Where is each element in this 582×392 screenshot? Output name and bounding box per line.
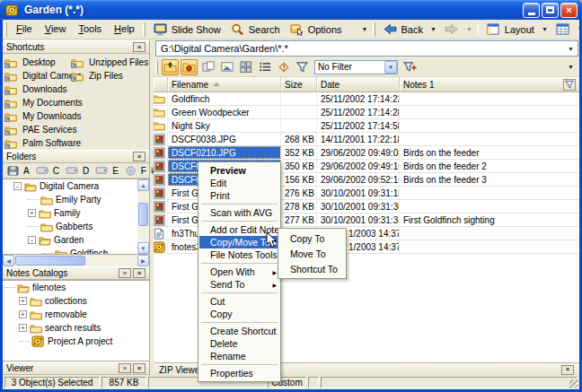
folders-horizontal-scrollbar[interactable]: ◀ ▶ <box>3 255 149 266</box>
back-button[interactable]: Back <box>378 21 428 39</box>
notes-catalogs-expand-icon[interactable]: » <box>119 268 131 278</box>
shortcut-item[interactable]: Downloads <box>4 83 66 96</box>
file-row[interactable]: DSCF0210.JPG352 KB29/06/2002 09:49:08Bir… <box>154 146 579 160</box>
scroll-left-icon[interactable]: ◀ <box>3 255 14 266</box>
context-menu-item-cut[interactable]: Cut <box>199 295 279 308</box>
shortcut-item[interactable]: Zip Files <box>71 69 123 83</box>
context-menu-item-send-to[interactable]: Send To▶ <box>199 278 279 291</box>
scrollbar-thumb[interactable] <box>15 256 85 266</box>
tree-expander-plus-icon[interactable]: + <box>19 297 27 305</box>
dual-pane-button[interactable] <box>199 59 216 75</box>
context-menu-item-preview[interactable]: Preview <box>199 164 279 177</box>
drive-button-d[interactable]: D <box>63 165 92 177</box>
details-view-button[interactable] <box>256 59 273 75</box>
notes-catalogs-close-icon[interactable]: × <box>133 268 146 278</box>
band-grip[interactable] <box>143 22 146 37</box>
tree-item[interactable]: +removable <box>3 308 149 321</box>
band-grip[interactable] <box>155 60 158 74</box>
search-button[interactable]: Search <box>225 21 285 39</box>
tree-item[interactable]: Goldfinch <box>3 247 137 254</box>
list-toolbar-overflow-chevron[interactable]: ▼ <box>565 64 577 70</box>
tree-expander-plus-icon[interactable]: + <box>28 209 36 217</box>
address-bar[interactable]: G:\Digital Camera\Garden\*.* ▼ <box>155 40 578 57</box>
favorites-folder-button[interactable] <box>181 59 198 75</box>
scrollbar-thumb[interactable] <box>138 203 148 226</box>
submenu-item-copy-to[interactable]: Copy To <box>279 231 345 246</box>
shortcut-item[interactable]: Unzipped Files <box>71 56 148 69</box>
tree-expander-minus-icon[interactable]: - <box>13 182 22 190</box>
drive-button-e[interactable]: E <box>93 165 121 177</box>
tree-item[interactable]: +search results <box>3 321 149 335</box>
file-name-cell[interactable]: Green Woodpecker <box>168 106 281 118</box>
header-filter-icon[interactable] <box>563 79 576 91</box>
info-button[interactable] <box>275 59 292 75</box>
shortcuts-close-icon[interactable]: × <box>133 42 146 52</box>
tree-expander-plus-icon[interactable]: + <box>19 324 27 332</box>
viewer-close-icon[interactable]: × <box>133 363 146 373</box>
back-dropdown[interactable]: ▼ <box>428 26 439 32</box>
resize-grip[interactable] <box>569 379 578 388</box>
tree-item[interactable]: -Garden <box>3 233 137 247</box>
submenu-item-shortcut-to[interactable]: Shortcut To <box>279 261 345 276</box>
shortcut-item[interactable]: Desktop <box>4 56 56 69</box>
view-style-button[interactable] <box>551 21 575 39</box>
layout-dropdown[interactable]: ▼ <box>539 26 551 32</box>
column-header-filename[interactable]: Filename <box>168 77 281 91</box>
context-menu-item-properties[interactable]: Properties <box>199 367 279 379</box>
context-menu-item-open-with[interactable]: Open With▶ <box>199 266 279 278</box>
thumbnails-view-button[interactable] <box>237 59 254 75</box>
close-button[interactable]: × <box>560 3 578 18</box>
tree-item[interactable]: +Family <box>3 206 137 220</box>
up-folder-button[interactable] <box>162 59 179 75</box>
custom-filter-button[interactable] <box>401 59 419 75</box>
tree-expander-plus-icon[interactable]: + <box>19 310 27 318</box>
context-menu-item-rename[interactable]: Rename <box>199 350 279 362</box>
zip-viewer-close-icon[interactable]: × <box>561 365 574 375</box>
tree-expander-minus-icon[interactable]: - <box>28 236 36 244</box>
column-header-notes-1[interactable]: Notes 1 <box>400 77 579 91</box>
context-menu-item-print[interactable]: Print <box>199 189 279 202</box>
scroll-right-icon[interactable]: ▶ <box>137 255 149 266</box>
forward-button[interactable] <box>439 21 463 39</box>
menubar-item-help[interactable]: Help <box>108 21 141 38</box>
column-header-icon[interactable] <box>154 77 168 91</box>
file-name-cell[interactable]: Night Sky <box>168 119 281 132</box>
menubar-item-tools[interactable]: Tools <box>72 21 108 38</box>
slide-show-button[interactable]: Slide Show <box>148 21 225 39</box>
title-bar[interactable]: Garden (*.*) × <box>0 0 582 20</box>
menubar-item-view[interactable]: View <box>39 21 73 38</box>
view-style-dropdown[interactable]: ▼ <box>575 26 579 32</box>
file-row[interactable]: Green Woodpecker25/11/2002 17:14:28 <box>154 106 579 119</box>
context-menu-item-file-notes-tools[interactable]: File Notes Tools <box>199 248 279 261</box>
maximize-button[interactable] <box>542 3 559 18</box>
address-dropdown-icon[interactable]: ▼ <box>564 41 578 56</box>
minimize-button[interactable] <box>523 3 540 18</box>
shortcut-item[interactable]: My Downloads <box>4 109 82 123</box>
shortcut-item[interactable]: PAE Services <box>4 123 76 136</box>
column-header-date[interactable]: Date <box>317 77 400 91</box>
column-header-size[interactable]: Size <box>281 77 317 91</box>
filter-button[interactable] <box>294 59 311 75</box>
drive-button-f[interactable]: F <box>122 165 149 177</box>
layout-button[interactable]: Layout <box>481 21 539 39</box>
viewer-expand-icon[interactable]: » <box>119 363 131 373</box>
filter-combobox[interactable]: No Filter ▼ <box>314 60 398 74</box>
context-menu-item-edit[interactable]: Edit <box>199 177 279 189</box>
file-row[interactable]: Goldfinch25/11/2002 17:14:22 <box>154 92 579 106</box>
tree-item[interactable]: -Digital Camera <box>3 179 137 193</box>
actions-overflow-chevron[interactable]: ▼ <box>359 26 371 32</box>
context-menu-item-copy[interactable]: Copy <box>199 308 279 320</box>
file-name-cell[interactable]: DSCF0210.JPG <box>168 146 281 159</box>
folders-vertical-scrollbar[interactable]: ▲ ▼ <box>137 179 149 254</box>
context-menu-item-delete[interactable]: Delete <box>199 337 279 350</box>
menubar-item-file[interactable]: File <box>10 21 39 38</box>
drive-button-a[interactable]: A <box>4 165 32 177</box>
options-button[interactable]: Options <box>285 21 347 39</box>
combobox-dropdown-icon[interactable]: ▼ <box>384 61 397 74</box>
folders-close-icon[interactable]: × <box>133 152 146 161</box>
file-name-cell[interactable]: Goldfinch <box>168 92 281 105</box>
tree-item[interactable]: filenotes <box>3 281 149 294</box>
file-row[interactable]: Night Sky25/11/2002 17:14:58 <box>154 119 579 133</box>
drive-button-c[interactable]: C <box>33 165 62 177</box>
context-menu-item-create-shortcut[interactable]: Create Shortcut <box>199 325 279 337</box>
